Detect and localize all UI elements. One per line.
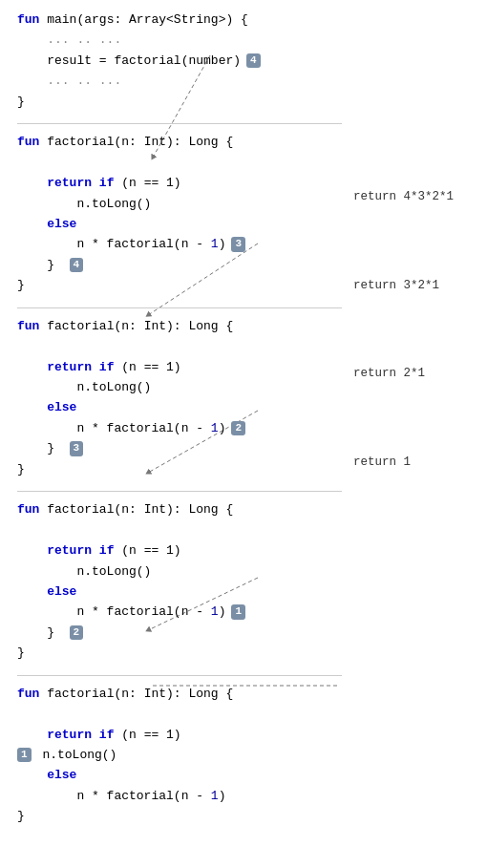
annotation-text-1: return 4*3*2*1 xyxy=(353,190,454,203)
code-line: n.toLong() xyxy=(17,561,344,582)
factorial-block-2: fun factorial(n: Int): Long { return if … xyxy=(17,499,344,664)
code-line: else xyxy=(17,765,344,785)
code-line: fun factorial(n: Int): Long { xyxy=(17,499,344,519)
code-line: result = factorial(number)4 xyxy=(17,51,344,71)
code-line: n.toLong() xyxy=(17,377,344,397)
code-line: } 2 xyxy=(17,623,344,643)
code-line: } 4 xyxy=(17,255,344,275)
code-line xyxy=(17,153,344,173)
code-line: fun main(args: Array<String>) { xyxy=(17,10,344,30)
code-line: 1 n.toLong() xyxy=(17,745,344,765)
annotation-text-2: return 3*2*1 xyxy=(353,279,439,292)
code-line: } xyxy=(17,643,344,663)
code-line xyxy=(17,520,344,540)
code-line: return if (n == 1) xyxy=(17,540,344,561)
code-line: ... .. ... xyxy=(17,30,344,50)
annotation-text-3: return 2*1 xyxy=(353,367,425,380)
code-line: n.toLong() xyxy=(17,194,344,214)
code-line xyxy=(17,336,344,356)
code-column: fun main(args: Array<String>) { ... .. .… xyxy=(0,10,344,858)
badge-4: 4 xyxy=(246,53,261,68)
code-line: fun factorial(n: Int): Long { xyxy=(17,132,344,152)
divider xyxy=(17,307,342,308)
code-line: else xyxy=(17,582,344,602)
divider xyxy=(17,675,342,676)
badge-4b: 4 xyxy=(70,258,84,272)
code-line: } xyxy=(17,459,344,479)
code-line: else xyxy=(17,214,344,234)
code-line: fun factorial(n: Int): Long { xyxy=(17,316,344,336)
annotation-4: return 1 xyxy=(353,453,487,473)
code-line: return if (n == 1) xyxy=(17,725,344,745)
factorial-block-4: fun factorial(n: Int): Long { return if … xyxy=(17,132,344,296)
annotation-3: return 2*1 xyxy=(353,364,487,384)
code-line: n * factorial(n - 1) xyxy=(17,786,344,806)
badge-1: 1 xyxy=(231,604,245,619)
badge-3: 3 xyxy=(231,237,245,251)
code-line: } xyxy=(17,275,344,295)
divider xyxy=(17,123,342,124)
code-line: n * factorial(n - 1)2 xyxy=(17,418,344,438)
badge-2b: 2 xyxy=(70,625,84,640)
code-line: n * factorial(n - 1)3 xyxy=(17,234,344,254)
code-line: } xyxy=(17,806,344,826)
code-line: ... .. ... xyxy=(17,71,344,91)
main-block: fun main(args: Array<String>) { ... .. .… xyxy=(17,10,344,112)
code-line: else xyxy=(17,397,344,417)
badge-2: 2 xyxy=(231,421,245,435)
factorial-block-1: fun factorial(n: Int): Long { return if … xyxy=(17,684,344,827)
annotation-1: return 4*3*2*1 xyxy=(353,187,487,207)
badge-3b: 3 xyxy=(70,441,84,455)
divider xyxy=(17,491,342,492)
code-line: fun factorial(n: Int): Long { xyxy=(17,684,344,704)
annotation-text-4: return 1 xyxy=(353,455,411,469)
factorial-block-3: fun factorial(n: Int): Long { return if … xyxy=(17,316,344,480)
annotation-column: return 4*3*2*1 return 3*2*1 return 2*1 r… xyxy=(344,10,487,858)
badge-1b: 1 xyxy=(17,748,32,762)
code-line: } xyxy=(17,92,344,112)
code-line: } 3 xyxy=(17,438,344,458)
code-line: return if (n == 1) xyxy=(17,173,344,193)
code-line: return if (n == 1) xyxy=(17,357,344,377)
code-line xyxy=(17,704,344,724)
code-line: n * factorial(n - 1)1 xyxy=(17,602,344,622)
annotation-2: return 3*2*1 xyxy=(353,276,487,296)
page-container: fun main(args: Array<String>) { ... .. .… xyxy=(0,0,487,868)
